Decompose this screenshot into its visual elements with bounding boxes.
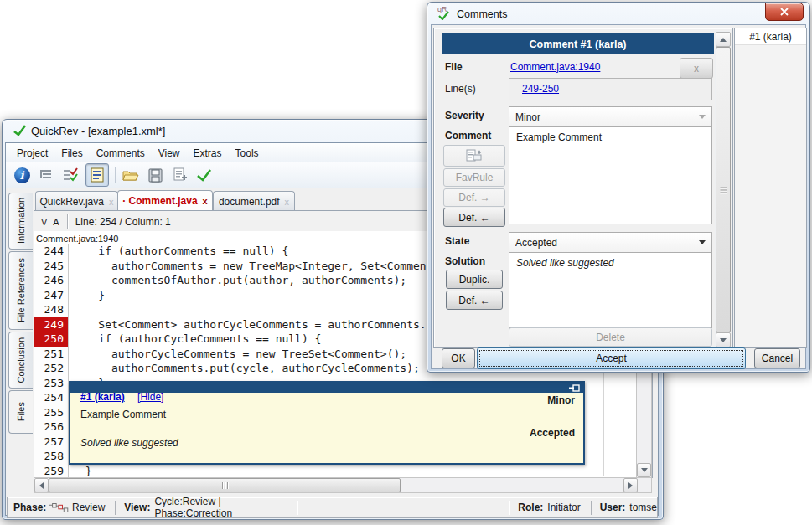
detach-panel-icon[interactable]	[569, 384, 580, 392]
code-line: 252 authorComments.put(cycle, authorCycl…	[34, 361, 420, 376]
lines-link[interactable]: 249-250	[522, 83, 559, 95]
app-check-icon	[13, 124, 27, 137]
role-label: Role:	[518, 502, 543, 513]
dialog-close-button[interactable]	[765, 3, 804, 21]
confirm-button[interactable]	[194, 166, 213, 184]
menu-tools[interactable]: Tools	[229, 146, 266, 161]
phase-value: Review	[72, 502, 105, 513]
solution-textarea[interactable]: Solved like suggested	[509, 252, 712, 328]
new-comment-button[interactable]	[170, 166, 189, 184]
overlay-severity: Minor	[547, 394, 575, 406]
review-checklist-button[interactable]	[61, 166, 80, 184]
dialog-app-icon: qR	[437, 7, 453, 20]
user-value: tomse	[629, 502, 657, 513]
code-line-highlighted: 249 Set<Comment> authorCycleComments = a…	[34, 317, 427, 332]
scroll-left-button[interactable]	[34, 478, 49, 492]
cancel-button[interactable]: Cancel	[754, 348, 800, 368]
form-scroll-up-button[interactable]	[716, 32, 731, 47]
comment-list[interactable]: #1 (karla)	[734, 28, 807, 348]
overlay-comment-text: Example Comment	[80, 409, 166, 420]
phase-icon	[49, 502, 70, 513]
code-line: 259 }	[34, 464, 91, 479]
side-tab-files[interactable]: Files	[8, 390, 33, 434]
scrollbar-thumb[interactable]	[49, 478, 401, 492]
hide-link[interactable]: [Hide]	[137, 391, 163, 403]
form-scrollbar-thumb[interactable]	[716, 47, 731, 332]
comment-list-button[interactable]	[37, 166, 55, 184]
user-label: User:	[600, 502, 626, 513]
code-line: 248	[34, 302, 72, 317]
favrule-button[interactable]: FavRule	[443, 168, 505, 187]
comment-header: Comment #1 (karla)	[442, 33, 714, 54]
ok-button[interactable]: OK	[442, 348, 475, 368]
comment-list-icon	[39, 168, 54, 182]
a-button[interactable]: A	[53, 217, 59, 227]
phase-label: Phase:	[13, 502, 46, 513]
side-tab-file-references[interactable]: File References	[8, 251, 33, 330]
open-button[interactable]	[122, 166, 140, 184]
triangle-down-icon	[641, 468, 648, 472]
comment-list-item[interactable]: #1 (karla)	[735, 28, 806, 45]
code-line: 254	[34, 390, 72, 405]
new-document-icon	[173, 167, 187, 183]
side-tab-information[interactable]: Information	[8, 193, 33, 250]
comment-view-button[interactable]	[85, 163, 109, 187]
info-button[interactable]: i	[13, 166, 31, 184]
code-line: 244 if (authorComments == null) {	[34, 244, 288, 259]
file-remove-button[interactable]: x	[680, 58, 713, 79]
side-tab-conclusion[interactable]: Conclusion	[8, 332, 33, 389]
form-scroll-down-button[interactable]	[716, 332, 731, 347]
save-button[interactable]	[146, 166, 164, 184]
def-back-button[interactable]: Def. ←	[443, 208, 505, 227]
tab-quickrev-java[interactable]: QuickRev.javax	[35, 191, 118, 211]
view-value: Cycle:Review | Phase:Correction	[154, 496, 287, 519]
triangle-right-icon	[628, 482, 633, 489]
tab-close-icon[interactable]: x	[285, 197, 290, 207]
chevron-down-icon	[699, 240, 706, 244]
menu-project[interactable]: Project	[10, 146, 54, 161]
add-rule-button[interactable]	[443, 145, 505, 167]
code-line: 258	[34, 449, 72, 464]
delete-button[interactable]: Delete	[509, 327, 712, 347]
main-window-title: QuickRev - [example1.xml*]	[31, 125, 165, 137]
file-label: File	[445, 61, 463, 73]
file-link[interactable]: Comment.java:1940	[510, 61, 600, 73]
menu-extras[interactable]: Extras	[187, 146, 229, 161]
overlay-state: Accepted	[530, 427, 575, 439]
code-line: 246 commentsOfAuthor.put(author, authorC…	[34, 273, 406, 288]
editor-file-reference: Comment.java:1940	[36, 234, 118, 244]
menu-comments[interactable]: Comments	[90, 146, 152, 161]
screen: QuickRev - [example1.xml*] Project Files…	[0, 0, 812, 525]
state-label: State	[445, 235, 469, 247]
menu-view[interactable]: View	[152, 146, 187, 161]
comment-view-icon	[90, 167, 105, 183]
confirm-check-icon	[196, 168, 212, 182]
scroll-down-button[interactable]	[637, 463, 651, 477]
def-forward-button[interactable]: Def. →	[443, 188, 505, 207]
code-line: 256	[34, 419, 72, 435]
status-bar: Phase: Review View: Cycle:Review | Phase…	[7, 497, 658, 518]
code-line: 257	[34, 435, 72, 450]
solution-def-back-button[interactable]: Def. ←	[446, 291, 503, 310]
severity-dropdown[interactable]: Minor	[509, 106, 712, 127]
menu-files[interactable]: Files	[54, 146, 89, 161]
accept-button[interactable]: Accept	[477, 347, 746, 369]
comment-textarea[interactable]: Example Comment	[509, 126, 712, 224]
comment-id-link[interactable]: #1 (karla)	[80, 391, 125, 403]
tab-comment-java[interactable]: · Comment.javax	[117, 190, 213, 211]
state-dropdown[interactable]: Accepted	[509, 232, 712, 253]
duplicate-button[interactable]: Duplic.	[446, 270, 503, 289]
role-value: Initiator	[547, 502, 580, 513]
tab-document-pdf[interactable]: document.pdfx	[213, 191, 295, 211]
code-line-highlighted: 250 if (authorCycleComments == null) {	[34, 332, 321, 347]
tab-close-icon[interactable]: x	[109, 197, 114, 207]
add-rule-icon	[466, 149, 483, 162]
code-line: 255	[34, 405, 72, 420]
view-label: View:	[124, 502, 150, 513]
save-icon	[148, 168, 163, 183]
triangle-left-icon	[39, 482, 44, 489]
scroll-right-button[interactable]	[623, 478, 638, 492]
comment-label: Comment	[445, 130, 491, 142]
tab-close-icon[interactable]: x	[203, 196, 208, 206]
v-button[interactable]: V	[41, 217, 47, 227]
